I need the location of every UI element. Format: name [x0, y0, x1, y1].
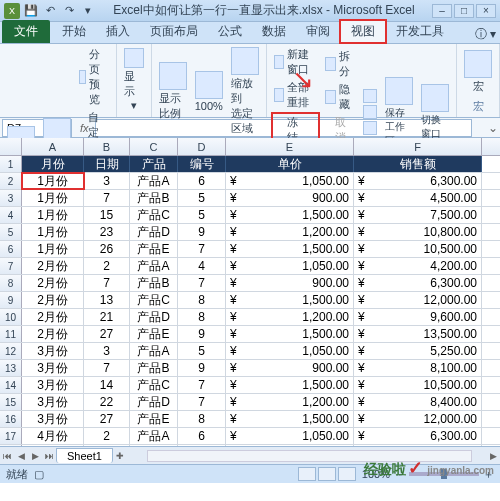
qat-dropdown-icon[interactable]: ▾	[80, 3, 96, 19]
tab-nav-first-icon[interactable]: ⏮	[0, 451, 14, 461]
zoom-selection-button[interactable]: 缩放到选定区域	[228, 46, 262, 137]
close-button[interactable]: ×	[476, 4, 496, 18]
sheet-tab[interactable]: Sheet1	[56, 448, 113, 463]
cell[interactable]: 7	[84, 190, 130, 206]
sync-scroll-button[interactable]	[360, 104, 380, 120]
header-cell[interactable]: 编号	[178, 156, 226, 172]
col-header-E[interactable]: E	[226, 138, 354, 155]
row-header[interactable]: 7	[0, 258, 22, 274]
cell[interactable]: ¥1,500.00	[226, 377, 354, 393]
cell[interactable]: 产品E	[130, 326, 178, 342]
hide-button[interactable]: 隐藏	[322, 81, 358, 113]
row-header[interactable]: 10	[0, 309, 22, 325]
cell[interactable]: ¥6,300.00	[354, 173, 482, 189]
cell[interactable]: 1月份	[22, 190, 84, 206]
tab-insert[interactable]: 插入	[96, 20, 140, 43]
cell[interactable]: ¥1,050.00	[226, 173, 354, 189]
cell[interactable]: 4	[178, 258, 226, 274]
cell[interactable]: 3	[84, 343, 130, 359]
arrange-all-button[interactable]: 全部重排	[271, 79, 320, 111]
macros-button[interactable]: 宏	[461, 49, 495, 95]
cell[interactable]: 3	[84, 173, 130, 189]
cell[interactable]: 2月份	[22, 309, 84, 325]
row-header[interactable]: 1	[0, 156, 22, 172]
cell[interactable]: 产品E	[130, 241, 178, 257]
cell[interactable]: 9	[178, 326, 226, 342]
cell[interactable]: 产品A	[130, 428, 178, 444]
col-header-A[interactable]: A	[22, 138, 84, 155]
header-cell[interactable]: 单价	[226, 156, 354, 172]
tab-formulas[interactable]: 公式	[208, 20, 252, 43]
save-icon[interactable]: 💾	[23, 3, 39, 19]
cell[interactable]: 产品A	[130, 343, 178, 359]
cell[interactable]: 1月份	[22, 207, 84, 223]
normal-shortcut-icon[interactable]	[298, 467, 316, 481]
col-header-D[interactable]: D	[178, 138, 226, 155]
cell[interactable]: ¥5,250.00	[354, 343, 482, 359]
cell[interactable]: 21	[84, 309, 130, 325]
row-header[interactable]: 9	[0, 292, 22, 308]
cell[interactable]: 产品C	[130, 207, 178, 223]
tab-review[interactable]: 审阅	[296, 20, 340, 43]
minimize-button[interactable]: –	[432, 4, 452, 18]
cell[interactable]: 9	[178, 224, 226, 240]
cell[interactable]: 7	[84, 275, 130, 291]
row-header[interactable]: 12	[0, 343, 22, 359]
cell[interactable]: 3月份	[22, 411, 84, 427]
cell[interactable]: ¥900.00	[226, 275, 354, 291]
zoom-100-button[interactable]: 100%	[192, 70, 226, 113]
cell[interactable]: ¥1,050.00	[226, 258, 354, 274]
row-header[interactable]: 8	[0, 275, 22, 291]
cell[interactable]: ¥6,300.00	[354, 275, 482, 291]
cell[interactable]: 产品A	[130, 258, 178, 274]
cell[interactable]: ¥1,200.00	[226, 394, 354, 410]
cell[interactable]: 27	[84, 411, 130, 427]
tab-developer[interactable]: 开发工具	[386, 20, 454, 43]
cell[interactable]: 3月份	[22, 343, 84, 359]
show-button[interactable]: 显示▾	[121, 47, 147, 113]
cell[interactable]: 产品A	[130, 173, 178, 189]
row-header[interactable]: 11	[0, 326, 22, 342]
cell[interactable]: 3月份	[22, 360, 84, 376]
cell[interactable]: ¥9,600.00	[354, 309, 482, 325]
cell[interactable]: 1月份	[22, 224, 84, 240]
split-button[interactable]: 拆分	[322, 48, 358, 80]
cell[interactable]: 7	[178, 377, 226, 393]
cell[interactable]: 产品B	[130, 190, 178, 206]
cell[interactable]: 1月份	[22, 241, 84, 257]
cell[interactable]: ¥12,000.00	[354, 292, 482, 308]
cell[interactable]: 7	[178, 275, 226, 291]
cell[interactable]: 产品C	[130, 377, 178, 393]
cell[interactable]: 14	[84, 377, 130, 393]
cell[interactable]: 8	[178, 292, 226, 308]
cell[interactable]: 产品E	[130, 411, 178, 427]
cell[interactable]: ¥1,050.00	[226, 428, 354, 444]
row-header[interactable]: 14	[0, 377, 22, 393]
row-header[interactable]: 2	[0, 173, 22, 189]
cell[interactable]: ¥1,050.00	[226, 343, 354, 359]
cell[interactable]: 13	[84, 292, 130, 308]
row-header[interactable]: 3	[0, 190, 22, 206]
row-header[interactable]: 17	[0, 428, 22, 444]
cell[interactable]: 6	[178, 173, 226, 189]
cell[interactable]: 27	[84, 326, 130, 342]
cell[interactable]: ¥6,300.00	[354, 428, 482, 444]
cell[interactable]: ¥10,500.00	[354, 241, 482, 257]
cell[interactable]: ¥10,800.00	[354, 224, 482, 240]
cell[interactable]: 产品B	[130, 275, 178, 291]
col-header-F[interactable]: F	[354, 138, 482, 155]
tab-file[interactable]: 文件	[2, 20, 50, 43]
cell[interactable]: ¥900.00	[226, 360, 354, 376]
cell[interactable]: ¥900.00	[226, 190, 354, 206]
redo-icon[interactable]: ↷	[61, 3, 77, 19]
cell[interactable]: ¥1,500.00	[226, 292, 354, 308]
pagebreak-shortcut-icon[interactable]	[338, 467, 356, 481]
cell[interactable]: 产品D	[130, 394, 178, 410]
cell[interactable]: ¥8,400.00	[354, 394, 482, 410]
cell[interactable]: 产品C	[130, 292, 178, 308]
cell[interactable]: 2	[84, 428, 130, 444]
cell[interactable]: 7	[178, 241, 226, 257]
cell[interactable]: ¥4,200.00	[354, 258, 482, 274]
cell[interactable]: ¥1,200.00	[226, 309, 354, 325]
header-cell[interactable]: 月份	[22, 156, 84, 172]
